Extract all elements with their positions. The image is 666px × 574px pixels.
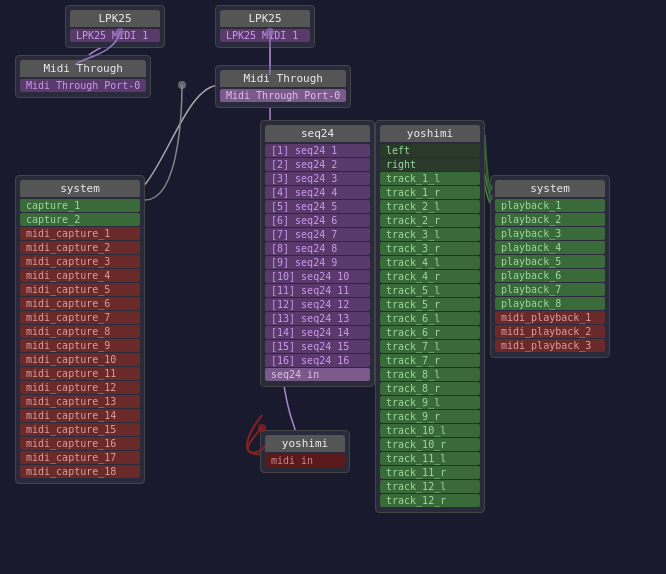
yoshimi-track-4-r[interactable]: track_4_r (380, 270, 480, 283)
midi-capture-12[interactable]: midi_capture_12 (20, 381, 140, 394)
system-right-title: system (495, 180, 605, 197)
yoshimi-main-title: yoshimi (380, 125, 480, 142)
midi-playback-2[interactable]: midi_playback_2 (495, 325, 605, 338)
midi-capture-1[interactable]: midi_capture_1 (20, 227, 140, 240)
midi-capture-9[interactable]: midi_capture_9 (20, 339, 140, 352)
capture-1[interactable]: capture_1 (20, 199, 140, 212)
seq24-out-7[interactable]: [7] seq24 7 (265, 228, 370, 241)
midi-capture-4[interactable]: midi_capture_4 (20, 269, 140, 282)
midi-capture-10[interactable]: midi_capture_10 (20, 353, 140, 366)
lpk25-left-node: LPK25 LPK25 MIDI 1 (65, 5, 165, 48)
yoshimi-midi-in[interactable]: midi in (265, 454, 345, 467)
yoshimi-track-12-l[interactable]: track_12_l (380, 480, 480, 493)
playback-6[interactable]: playback_6 (495, 269, 605, 282)
seq24-out-1[interactable]: [1] seq24 1 (265, 144, 370, 157)
midi-capture-14[interactable]: midi_capture_14 (20, 409, 140, 422)
lpk25-right-node: LPK25 LPK25 MIDI 1 (215, 5, 315, 48)
midi-through-left-title: Midi Through (20, 60, 146, 77)
yoshimi-track-8-l[interactable]: track_8_l (380, 368, 480, 381)
midi-capture-3[interactable]: midi_capture_3 (20, 255, 140, 268)
playback-4[interactable]: playback_4 (495, 241, 605, 254)
seq24-out-15[interactable]: [15] seq24 15 (265, 340, 370, 353)
yoshimi-track-10-r[interactable]: track_10_r (380, 438, 480, 451)
yoshimi-track-5-l[interactable]: track_5_l (380, 284, 480, 297)
yoshimi-track-6-r[interactable]: track_6_r (380, 326, 480, 339)
seq24-out-5[interactable]: [5] seq24 5 (265, 200, 370, 213)
seq24-out-11[interactable]: [11] seq24 11 (265, 284, 370, 297)
playback-2[interactable]: playback_2 (495, 213, 605, 226)
playback-5[interactable]: playback_5 (495, 255, 605, 268)
midi-through-left-port0[interactable]: Midi Through Port-0 (20, 79, 146, 92)
midi-through-right-title: Midi Through (220, 70, 346, 87)
yoshimi-track-3-l[interactable]: track_3_l (380, 228, 480, 241)
lpk25-left-title: LPK25 (70, 10, 160, 27)
seq24-out-16[interactable]: [16] seq24 16 (265, 354, 370, 367)
playback-1[interactable]: playback_1 (495, 199, 605, 212)
playback-7[interactable]: playback_7 (495, 283, 605, 296)
yoshimi-track-1-l[interactable]: track_1_l (380, 172, 480, 185)
seq24-in[interactable]: seq24 in (265, 368, 370, 381)
seq24-out-9[interactable]: [9] seq24 9 (265, 256, 370, 269)
yoshimi-track-6-l[interactable]: track_6_l (380, 312, 480, 325)
yoshimi-track-2-r[interactable]: track_2_r (380, 214, 480, 227)
yoshimi-track-7-l[interactable]: track_7_l (380, 340, 480, 353)
seq24-out-13[interactable]: [13] seq24 13 (265, 312, 370, 325)
yoshimi-track-11-r[interactable]: track_11_r (380, 466, 480, 479)
yoshimi-midi-title: yoshimi (265, 435, 345, 452)
midi-capture-2[interactable]: midi_capture_2 (20, 241, 140, 254)
lpk25-right-title: LPK25 (220, 10, 310, 27)
midi-through-right-node: Midi Through Midi Through Port-0 (215, 65, 351, 108)
lpk25-left-midi1[interactable]: LPK25 MIDI 1 (70, 29, 160, 42)
yoshimi-track-9-l[interactable]: track_9_l (380, 396, 480, 409)
yoshimi-track-8-r[interactable]: track_8_r (380, 382, 480, 395)
seq24-out-2[interactable]: [2] seq24 2 (265, 158, 370, 171)
yoshimi-track-9-r[interactable]: track_9_r (380, 410, 480, 423)
system-left-node: system capture_1 capture_2 midi_capture_… (15, 175, 145, 484)
yoshimi-track-12-r[interactable]: track_12_r (380, 494, 480, 507)
system-right-node: system playback_1 playback_2 playback_3 … (490, 175, 610, 358)
midi-capture-11[interactable]: midi_capture_11 (20, 367, 140, 380)
yoshimi-track-10-l[interactable]: track_10_l (380, 424, 480, 437)
midi-capture-7[interactable]: midi_capture_7 (20, 311, 140, 324)
seq24-node: seq24 [1] seq24 1 [2] seq24 2 [3] seq24 … (260, 120, 375, 387)
lpk25-right-midi1[interactable]: LPK25 MIDI 1 (220, 29, 310, 42)
yoshimi-main-node: yoshimi left right track_1_l track_1_r t… (375, 120, 485, 513)
yoshimi-track-5-r[interactable]: track_5_r (380, 298, 480, 311)
yoshimi-track-1-r[interactable]: track_1_r (380, 186, 480, 199)
midi-capture-6[interactable]: midi_capture_6 (20, 297, 140, 310)
seq24-out-4[interactable]: [4] seq24 4 (265, 186, 370, 199)
midi-capture-8[interactable]: midi_capture_8 (20, 325, 140, 338)
midi-capture-18[interactable]: midi_capture_18 (20, 465, 140, 478)
seq24-out-12[interactable]: [12] seq24 12 (265, 298, 370, 311)
midi-playback-3[interactable]: midi_playback_3 (495, 339, 605, 352)
yoshimi-track-4-l[interactable]: track_4_l (380, 256, 480, 269)
yoshimi-right[interactable]: right (380, 158, 480, 171)
midi-capture-15[interactable]: midi_capture_15 (20, 423, 140, 436)
yoshimi-track-2-l[interactable]: track_2_l (380, 200, 480, 213)
seq24-out-3[interactable]: [3] seq24 3 (265, 172, 370, 185)
seq24-out-8[interactable]: [8] seq24 8 (265, 242, 370, 255)
midi-capture-17[interactable]: midi_capture_17 (20, 451, 140, 464)
yoshimi-track-11-l[interactable]: track_11_l (380, 452, 480, 465)
midi-capture-5[interactable]: midi_capture_5 (20, 283, 140, 296)
midi-playback-1[interactable]: midi_playback_1 (495, 311, 605, 324)
seq24-out-6[interactable]: [6] seq24 6 (265, 214, 370, 227)
yoshimi-midi-node: yoshimi midi in (260, 430, 350, 473)
playback-8[interactable]: playback_8 (495, 297, 605, 310)
seq24-title: seq24 (265, 125, 370, 142)
svg-point-2 (178, 81, 186, 89)
capture-2[interactable]: capture_2 (20, 213, 140, 226)
midi-capture-16[interactable]: midi_capture_16 (20, 437, 140, 450)
yoshimi-track-7-r[interactable]: track_7_r (380, 354, 480, 367)
midi-capture-13[interactable]: midi_capture_13 (20, 395, 140, 408)
yoshimi-track-3-r[interactable]: track_3_r (380, 242, 480, 255)
playback-3[interactable]: playback_3 (495, 227, 605, 240)
seq24-out-10[interactable]: [10] seq24 10 (265, 270, 370, 283)
system-left-title: system (20, 180, 140, 197)
midi-through-left-node: Midi Through Midi Through Port-0 (15, 55, 151, 98)
seq24-out-14[interactable]: [14] seq24 14 (265, 326, 370, 339)
yoshimi-left[interactable]: left (380, 144, 480, 157)
midi-through-right-port0[interactable]: Midi Through Port-0 (220, 89, 346, 102)
